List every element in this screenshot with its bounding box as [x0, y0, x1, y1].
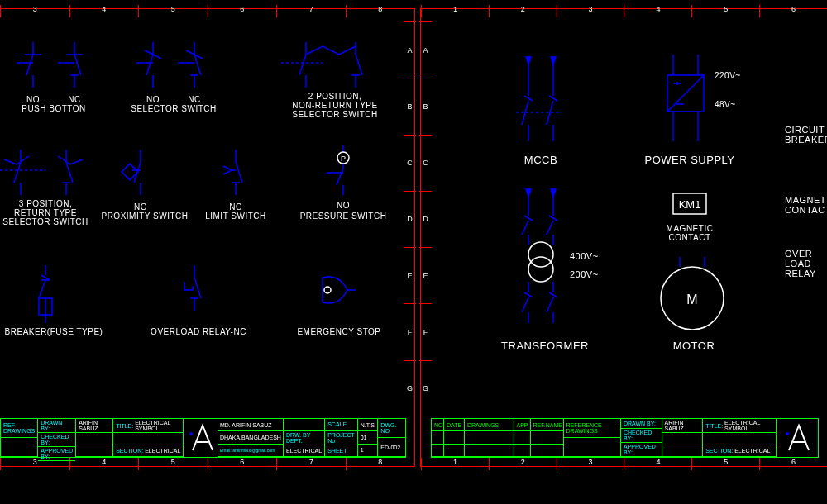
emergency-stop-symbol	[314, 269, 356, 314]
km1-tag: KM1	[679, 198, 701, 211]
pressure-switch-symbol: P NO	[323, 145, 364, 210]
sel-no-sub: NO	[136, 95, 170, 104]
svg-line-25	[299, 55, 306, 75]
svg-line-14	[146, 55, 153, 75]
svg-line-102	[522, 297, 528, 312]
ruler-top: 123456	[421, 5, 827, 17]
selector-3pos-symbol	[0, 150, 91, 198]
svg-line-33	[14, 162, 21, 183]
title-block-left: REF DRAWINGS DRAWN BY: CHECKED BY: APPRO…	[0, 418, 406, 458]
svg-point-68	[189, 432, 193, 435]
svg-line-63	[194, 278, 201, 298]
svg-point-66	[324, 287, 331, 293]
limit-label: LIMIT SWITCH	[198, 212, 273, 221]
prox-sub: NO	[124, 202, 157, 212]
power-supply-symbol	[661, 55, 710, 149]
overload-nc-label: OVERLOAD RELAY-NC	[141, 327, 256, 336]
push-no-sub: NO	[17, 95, 50, 104]
pressure-label: PRESSURE SWITCH	[294, 212, 393, 221]
svg-line-91	[549, 216, 557, 221]
title-block-right: NO DATE DRAWINGS APP REF.NAME REFERENCE …	[431, 418, 819, 458]
estop-label: EMERGENCY STOP	[289, 327, 389, 336]
svg-line-58	[39, 280, 45, 298]
selector-no-symbol: NO	[136, 42, 170, 104]
drawing-sheet-left: 345678 345678 ABCDEFG NO NC PUSH BOTTON …	[0, 8, 415, 467]
push-button-nc-symbol: NC	[58, 42, 91, 104]
svg-line-83	[667, 75, 704, 112]
sel-2pos-label: 2 POSITION, NON-RETURN TYPE SELECTOR SWI…	[277, 92, 393, 119]
xfmr-v1: 400V~	[570, 251, 599, 261]
circuit-breaker-label: CIRCUIT BREAKER	[785, 125, 827, 145]
ruler-right: ABCDEFG	[404, 21, 416, 416]
breaker-fuse-label: BREAKER(FUSE TYPE)	[0, 327, 112, 336]
svg-line-26	[356, 55, 362, 75]
svg-point-110	[786, 432, 789, 435]
xfmr-v2: 200V~	[570, 269, 599, 279]
svg-marker-69	[526, 57, 531, 64]
svg-marker-86	[526, 189, 531, 197]
svg-line-93	[547, 221, 553, 235]
breaker-fuse-symbol	[29, 265, 62, 326]
overload-relay-label: OVER LOAD RELAY	[785, 249, 827, 278]
limit-switch-symbol: NC	[219, 150, 252, 212]
sel-3pos-label: 3 POSITION, RETURN TYPE SELECTOR SWITCH	[0, 199, 95, 226]
ruler-top: 345678	[0, 5, 414, 17]
selector-label: SELECTOR SWITCH	[124, 104, 223, 113]
svg-line-8	[74, 55, 81, 75]
svg-line-45	[236, 162, 242, 183]
ruler-left: ABCDEFG	[419, 21, 432, 416]
motor-tag: M	[686, 292, 697, 307]
motor-symbol: M	[655, 257, 729, 335]
selector-nc-symbol: NC	[178, 42, 211, 104]
magnetic-contact-symbol: KM1	[669, 189, 710, 226]
proximity-symbol: NO	[124, 150, 157, 212]
svg-line-73	[524, 96, 533, 101]
logo-icon	[777, 419, 818, 457]
svg-text:P: P	[341, 155, 346, 163]
svg-line-100	[524, 292, 533, 297]
svg-line-92	[522, 221, 528, 235]
motor-label: MOTOR	[665, 340, 723, 352]
svg-line-56	[41, 275, 50, 280]
magnetic-contact-side-label: MAGNETIC CONTACT	[785, 195, 827, 215]
mccb-symbol	[516, 55, 566, 149]
svg-line-74	[549, 96, 557, 101]
push-button-label: PUSH BOTTON	[8, 104, 99, 113]
svg-line-90	[524, 216, 533, 221]
mccb-label: MCCB	[516, 154, 566, 166]
svg-line-53	[337, 169, 343, 185]
magnetic-contact-label: MAGNETIC CONTACT	[661, 224, 719, 242]
svg-marker-87	[551, 189, 556, 197]
svg-line-101	[549, 292, 557, 297]
pressure-sub: NO	[323, 201, 364, 210]
ps-v2: 48V~	[715, 100, 736, 109]
svg-point-96	[528, 242, 553, 267]
drawing-sheet-right: 123456 123456 ABCDEFG MCCB 220V~ 48V~ PO…	[420, 8, 827, 467]
ruler-bottom: 123456	[421, 458, 827, 470]
svg-point-97	[528, 257, 553, 282]
sel-nc-sub: NC	[178, 95, 211, 104]
push-nc-sub: NC	[58, 95, 91, 104]
overload-relay-nc-symbol	[178, 265, 211, 318]
svg-line-103	[547, 297, 553, 312]
ps-v1: 220V~	[715, 71, 741, 80]
logo-icon	[184, 419, 218, 457]
transformer-label: TRANSFORMER	[500, 340, 590, 352]
selector-2pos-symbol	[281, 42, 380, 91]
svg-line-3	[26, 55, 33, 75]
push-button-no-symbol: NO	[17, 42, 50, 104]
svg-marker-70	[551, 57, 556, 64]
power-supply-label: POWER SUPPLY	[632, 154, 748, 166]
transformer-symbol	[516, 187, 566, 330]
svg-line-41	[134, 162, 141, 183]
prox-label: PROXIMITY SWITCH	[99, 212, 190, 221]
svg-line-34	[66, 162, 73, 183]
limit-sub: NC	[219, 202, 252, 212]
